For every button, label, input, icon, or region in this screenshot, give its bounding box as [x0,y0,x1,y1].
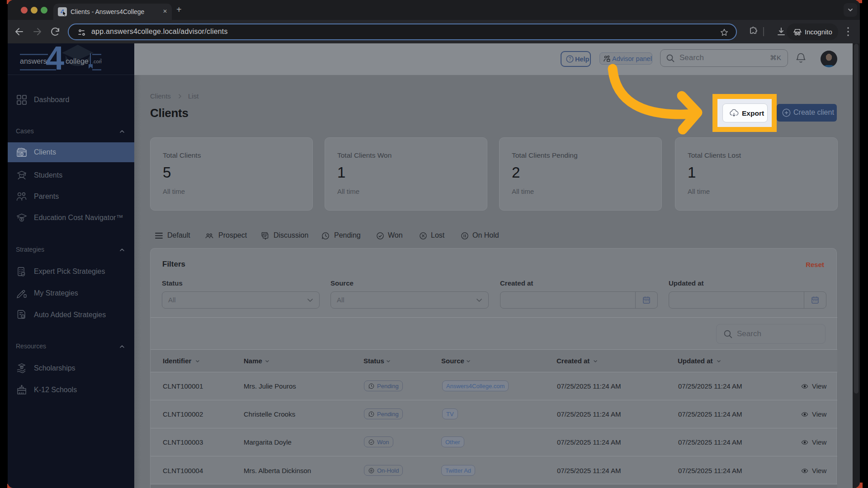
svg-text:4: 4 [46,43,64,72]
svg-text:answers: answers [20,57,47,65]
svg-text:college: college [66,57,89,65]
svg-text:™: ™ [99,58,102,61]
svg-text:?: ? [569,56,571,61]
